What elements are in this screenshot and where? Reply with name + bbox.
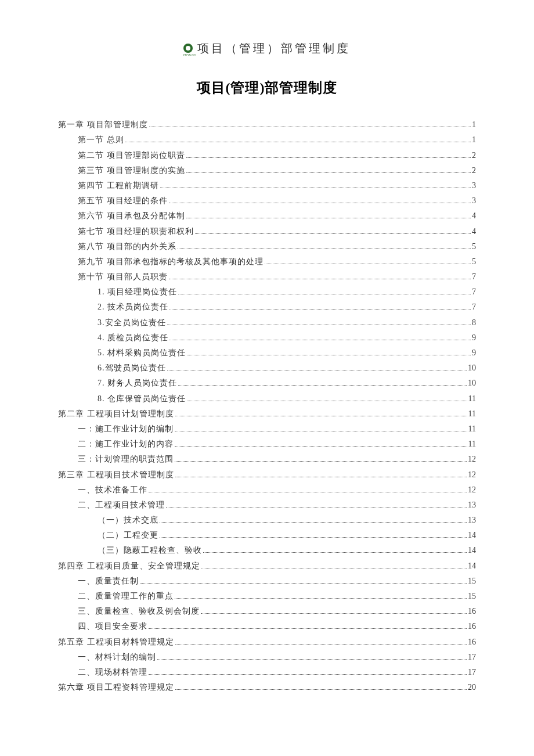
toc-entry[interactable]: 第四节 工程前期调研3: [58, 178, 476, 193]
toc-leader: [160, 531, 467, 538]
toc-entry-label: 一、质量责任制: [78, 577, 139, 585]
toc-entry[interactable]: 1. 项目经理岗位责任7: [58, 284, 476, 299]
toc-entry-label: 三、质量检查、验收及例会制度: [78, 607, 200, 615]
toc-entry[interactable]: 第六章 项目工程资料管理规定20: [58, 679, 476, 694]
toc-entry[interactable]: 一：施工作业计划的编制11: [58, 421, 476, 436]
toc-entry-label: 第一节 总则: [78, 136, 124, 144]
toc-leader: [175, 455, 467, 462]
toc-entry-label: 6.驾驶员岗位责任: [98, 364, 166, 372]
toc-entry-page: 7: [472, 288, 476, 296]
toc-entry[interactable]: 二、质量管理工作的重点15: [58, 588, 476, 603]
toc-entry-page: 7: [472, 303, 476, 311]
toc-entry[interactable]: 二、工程项目技术管理13: [58, 497, 476, 512]
toc-entry-page: 2: [472, 152, 476, 160]
toc-leader: [187, 348, 471, 355]
toc-entry[interactable]: 第五章 工程项目材料管理规定16: [58, 633, 476, 649]
toc-entry-page: 11: [468, 425, 476, 433]
toc-leader: [160, 181, 471, 188]
toc-entry[interactable]: 第九节 项目部承包指标的考核及其他事项的处理5: [58, 254, 476, 269]
toc-entry-label: 第五章 工程项目材料管理规定: [58, 638, 174, 646]
toc-entry[interactable]: 第三章 工程项目技术管理制度12: [58, 466, 476, 481]
toc-entry-page: 14: [468, 531, 476, 539]
toc-leader: [201, 607, 467, 614]
toc-entry-label: 1. 项目经理岗位责任: [98, 288, 177, 296]
toc-entry[interactable]: 二：施工作业计划的内容11: [58, 436, 476, 451]
toc-leader: [167, 318, 471, 325]
toc-leader: [203, 546, 467, 553]
toc-entry-label: 第一章 项目部管理制度: [58, 121, 148, 129]
toc-entry[interactable]: 第七节 项目经理的职责和权利4: [58, 223, 476, 238]
toc-entry-page: 11: [468, 440, 476, 448]
toc-entry-page: 16: [468, 638, 476, 646]
toc-entry[interactable]: 一、技术准备工作12: [58, 482, 476, 497]
toc-entry[interactable]: 8. 仓库保管员岗位责任11: [58, 390, 476, 405]
toc-leader: [186, 166, 471, 173]
toc-entry[interactable]: （三）隐蔽工程检查、验收14: [58, 542, 476, 557]
toc-entry[interactable]: 3.安全员岗位责任8: [58, 314, 476, 329]
toc-entry[interactable]: 7. 财务人员岗位责任10: [58, 375, 476, 390]
toc-entry-label: 第五节 项目经理的条件: [78, 197, 168, 205]
toc-entry[interactable]: 二、现场材料管理17: [58, 664, 476, 679]
toc-entry[interactable]: 4. 质检员岗位责任9: [58, 330, 476, 345]
toc-entry-label: 第六章 项目工程资料管理规定: [58, 683, 174, 692]
toc-leader: [169, 272, 471, 279]
toc-leader: [169, 303, 471, 309]
toc-entry[interactable]: 第五节 项目经理的条件3: [58, 193, 476, 208]
toc-entry-label: 第四节 工程前期调研: [78, 182, 159, 190]
toc-entry-label: 二、现场材料管理: [78, 668, 147, 676]
toc-entry[interactable]: 第十节 项目部人员职责7: [58, 269, 476, 284]
toc-entry[interactable]: 第二章 工程项目计划管理制度11: [58, 406, 476, 421]
header-title: 项目（管理）部管理制度: [197, 41, 351, 56]
toc-entry-label: 第二章 工程项目计划管理制度: [58, 410, 174, 418]
toc-entry[interactable]: 第二节 项目管理部岗位职责2: [58, 147, 476, 162]
toc-entry-page: 12: [468, 455, 476, 463]
toc-entry[interactable]: 第四章 工程项目质量、安全管理规定14: [58, 557, 476, 573]
toc-entry[interactable]: （二）工程变更14: [58, 527, 476, 542]
toc-entry[interactable]: 三：计划管理的职责范围12: [58, 451, 476, 466]
toc-entry-page: 16: [468, 607, 476, 615]
toc-entry-page: 13: [468, 501, 476, 509]
toc-entry[interactable]: 第一节 总则1: [58, 132, 476, 147]
toc-entry-page: 14: [468, 546, 476, 555]
toc-entry[interactable]: 5. 材料采购员岗位责任9: [58, 345, 476, 360]
toc-entry[interactable]: 第三节 项目管理制度的实施2: [58, 163, 476, 178]
toc-entry-label: 4. 质检员岗位责任: [98, 334, 168, 342]
toc-entry[interactable]: 四、项目安全要求16: [58, 618, 476, 633]
toc-entry-label: 第六节 项目承包及分配体制: [78, 212, 185, 220]
toc-leader: [175, 424, 467, 431]
toc-entry[interactable]: 2. 技术员岗位责任7: [58, 299, 476, 314]
toc-entry-page: 11: [468, 410, 476, 418]
toc-entry-label: 二、工程项目技术管理: [78, 501, 165, 509]
toc-entry-label: （三）隐蔽工程检查、验收: [98, 546, 202, 555]
toc-entry[interactable]: 一、质量责任制15: [58, 573, 476, 588]
toc-leader: [175, 592, 467, 599]
toc-entry[interactable]: 第八节 项目部的内外关系5: [58, 239, 476, 254]
toc-entry-page: 15: [468, 577, 476, 585]
toc-entry[interactable]: 第六节 项目承包及分配体制4: [58, 208, 476, 223]
toc-entry-label: 三：计划管理的职责范围: [78, 455, 174, 463]
toc-leader: [175, 409, 467, 416]
page-header: PUYUAN 项目（管理）部管理制度: [58, 41, 476, 56]
toc-entry[interactable]: 6.驾驶员岗位责任10: [58, 360, 476, 375]
toc-entry[interactable]: （一）技术交底13: [58, 512, 476, 527]
toc-entry-label: （二）工程变更: [98, 531, 158, 539]
toc-leader: [187, 394, 467, 401]
toc-entry-page: 3: [472, 197, 476, 205]
toc-entry-label: 8. 仓库保管员岗位责任: [98, 395, 186, 403]
toc-leader: [166, 501, 467, 507]
toc-leader: [167, 363, 467, 370]
toc-entry-label: 第三节 项目管理制度的实施: [78, 167, 185, 175]
toc-entry-label: 二：施工作业计划的内容: [78, 440, 174, 448]
toc-entry[interactable]: 三、质量检查、验收及例会制度16: [58, 603, 476, 618]
toc-leader: [195, 226, 471, 233]
toc-leader: [186, 211, 471, 218]
toc-leader: [201, 561, 467, 568]
toc-entry-page: 10: [468, 379, 476, 387]
toc-entry-page: 5: [472, 258, 476, 266]
toc-entry-label: 二、质量管理工作的重点: [78, 592, 174, 600]
toc-leader: [160, 516, 467, 523]
toc-leader: [125, 135, 471, 142]
toc-entry[interactable]: 第一章 项目部管理制度1: [58, 117, 476, 132]
toc-entry[interactable]: 一、材料计划的编制17: [58, 649, 476, 664]
toc-entry-page: 10: [468, 364, 476, 372]
